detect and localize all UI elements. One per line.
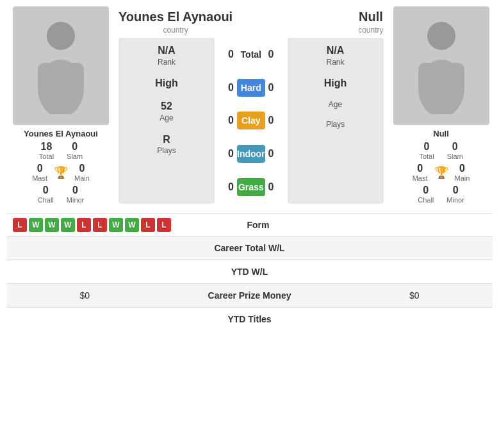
player1-stats2: 0 Mast 🏆 0 Main [32, 163, 90, 182]
form-badge-L: L [13, 218, 27, 232]
indoor-score-left: 0 [218, 148, 234, 160]
player2-minor-stat: 0 Minor [446, 185, 464, 204]
indoor-row: 0 Indoor 0 [218, 145, 284, 163]
player1-plays-value: R [163, 133, 170, 147]
main-container: Younes El Aynaoui 18 Total 0 Slam 0 Mast… [0, 0, 499, 448]
player2-main-label: Main [455, 174, 470, 182]
grass-badge: Grass [237, 178, 265, 196]
player2-rank-label: Rank [327, 58, 345, 68]
player2-slam-value: 0 [452, 141, 458, 153]
player1-stats3: 0 Chall 0 Minor [38, 185, 85, 204]
player2-age-block: Age [329, 100, 342, 110]
player2-mast-value: 0 [417, 163, 423, 174]
player2-rank-block: N/A Rank [327, 44, 345, 67]
player1-mast-label: Mast [32, 174, 47, 182]
player1-mast-stat: 0 Mast [32, 163, 47, 182]
player1-minor-value: 0 [72, 185, 78, 196]
player2-stats3: 0 Chall 0 Minor [418, 185, 464, 204]
svg-point-3 [427, 22, 455, 50]
center-section: N/A Rank High 52 Age R Plays [119, 38, 384, 204]
player2-country: country [358, 26, 383, 35]
player1-chall-label: Chall [38, 196, 54, 204]
form-badge-L: L [141, 218, 155, 232]
player1-card: Younes El Aynaoui 18 Total 0 Slam 0 Mast… [6, 6, 115, 204]
trophy-icon-left: 🏆 [54, 165, 68, 179]
player1-rank-value: N/A [158, 44, 176, 58]
player1-high-block: High [155, 77, 178, 90]
form-label: Form [171, 220, 345, 230]
player1-country: country [163, 26, 188, 35]
player1-stats1: 18 Total 0 Slam [39, 141, 83, 160]
player1-age-block: 52 Age [160, 100, 173, 123]
player2-high-block: High [324, 77, 347, 90]
hard-score-right: 0 [268, 82, 284, 94]
career-wl-label: Career Total W/L [90, 243, 409, 253]
ytd-wl-label: YTD W/L [90, 267, 409, 277]
player1-silhouette [29, 18, 93, 114]
career-wl-row: Career Total W/L [6, 236, 493, 260]
player2-plays-label: Plays [326, 120, 345, 130]
svg-point-0 [47, 22, 75, 50]
player2-main-stat: 0 Main [455, 163, 470, 182]
form-row: LWWWLLWWLL Form [6, 213, 493, 236]
player1-avatar [13, 6, 109, 125]
prize-label: Career Prize Money [90, 290, 409, 301]
form-badge-W: W [29, 218, 43, 232]
player1-slam-label: Slam [67, 153, 83, 160]
players-section: Younes El Aynaoui 18 Total 0 Slam 0 Mast… [0, 0, 499, 210]
clay-row: 0 Clay 0 [218, 112, 284, 129]
player1-rank-block: N/A Rank [158, 44, 176, 67]
player2-silhouette [409, 18, 473, 114]
player1-main-value: 0 [79, 163, 85, 174]
clay-score-left: 0 [218, 115, 234, 126]
prize-left: $0 [13, 290, 90, 301]
player1-plays-label: Plays [157, 146, 176, 156]
full-center: Younes El Aynaoui country Null country N… [119, 6, 384, 204]
player2-stats1: 0 Total 0 Slam [419, 141, 462, 160]
indoor-badge: Indoor [237, 145, 265, 163]
form-badge-L: L [157, 218, 171, 232]
grass-score-right: 0 [268, 181, 284, 193]
player2-total-stat: 0 Total [419, 141, 434, 160]
indoor-score-right: 0 [268, 148, 284, 160]
player2-name: Null [433, 129, 449, 138]
ytd-titles-row: YTD Titles [6, 307, 493, 331]
hard-row: 0 Hard 0 [218, 79, 284, 97]
player1-slam-value: 0 [72, 141, 78, 153]
player1-slam-stat: 0 Slam [67, 141, 83, 160]
form-badge-W: W [125, 218, 139, 232]
player2-minor-value: 0 [453, 185, 459, 196]
player2-card: Null 0 Total 0 Slam 0 Mast 🏆 0 [387, 6, 496, 204]
form-badge-W: W [45, 218, 59, 232]
prize-right: $0 [409, 290, 486, 301]
total-score-left: 0 [218, 49, 234, 60]
svg-rect-5 [418, 63, 464, 95]
form-badge-L: L [77, 218, 91, 232]
player1-total-label: Total [39, 153, 54, 160]
player2-rank-value: N/A [327, 44, 345, 58]
player2-high-value: High [324, 77, 347, 90]
player1-age-label: Age [160, 113, 173, 124]
player2-chall-stat: 0 Chall [418, 185, 434, 204]
player2-info-center: Null country [358, 10, 383, 35]
svg-rect-2 [38, 63, 84, 95]
player2-stats2: 0 Mast 🏆 0 Main [413, 163, 470, 182]
trophy-icon-right: 🏆 [434, 165, 448, 179]
player1-high-value: High [155, 77, 178, 90]
top-names-row: Younes El Aynaoui country Null country [119, 6, 384, 38]
player1-details: N/A Rank High 52 Age R Plays [119, 38, 215, 204]
total-score-right: 0 [268, 49, 284, 60]
player1-main-label: Main [74, 174, 90, 182]
player2-avatar [393, 6, 489, 125]
player1-total-stat: 18 Total [39, 141, 54, 160]
player1-plays-block: R Plays [157, 133, 176, 156]
ytd-wl-row: YTD W/L [6, 260, 493, 283]
total-label: Total [237, 46, 265, 63]
player2-plays-block: Plays [326, 120, 345, 130]
player1-chall-stat: 0 Chall [38, 185, 54, 204]
player1-chall-value: 0 [43, 185, 49, 196]
clay-badge: Clay [237, 112, 265, 129]
player1-age-value: 52 [161, 100, 172, 113]
player1-info-center: Younes El Aynaoui country [119, 10, 233, 35]
player1-minor-stat: 0 Minor [67, 185, 85, 204]
